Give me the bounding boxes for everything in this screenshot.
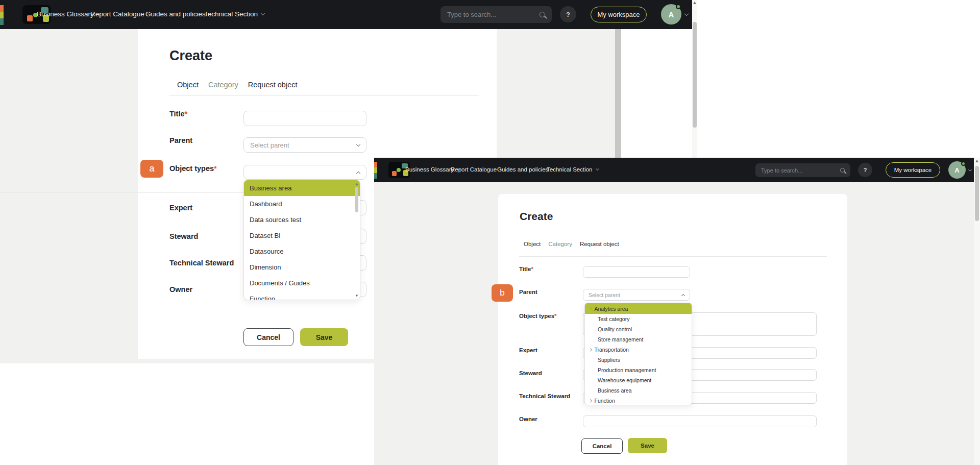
- global-search[interactable]: [440, 6, 552, 23]
- owner-label: Owner: [169, 285, 192, 293]
- chevron-up-icon: [356, 171, 360, 175]
- steward-label: Steward: [169, 232, 198, 240]
- tab-request-object[interactable]: Request object: [580, 241, 619, 253]
- page-left-margin: [0, 29, 138, 363]
- owner-label: Owner: [519, 416, 537, 422]
- object-types-select[interactable]: [243, 165, 366, 180]
- nav-technical-section[interactable]: Technical Section: [547, 166, 599, 173]
- right-panel-scrollbar[interactable]: [615, 29, 621, 158]
- dropdown-option[interactable]: Business area: [244, 180, 360, 196]
- save-button[interactable]: Save: [300, 328, 348, 346]
- search-icon[interactable]: [840, 168, 845, 173]
- owner-input[interactable]: [583, 415, 817, 427]
- dropdown-option[interactable]: Data sources test: [244, 212, 360, 228]
- my-workspace-button[interactable]: My workspace: [591, 7, 647, 22]
- nav-guides-policies[interactable]: Guides and policies: [497, 166, 554, 173]
- scrollbar-thumb[interactable]: [693, 22, 697, 128]
- technical-steward-label: Technical Steward: [169, 259, 234, 267]
- dropdown-option[interactable]: Function: [585, 396, 692, 405]
- tab-divider: [169, 95, 479, 96]
- chevron-up-icon: [681, 293, 685, 297]
- background-divider: [0, 192, 243, 193]
- save-button[interactable]: Save: [628, 438, 667, 453]
- parent-dropdown: Analytics area Test category Quality con…: [584, 303, 692, 405]
- page-title: Create: [169, 48, 212, 64]
- technical-steward-label: Technical Steward: [519, 393, 570, 399]
- search-input[interactable]: [761, 167, 840, 174]
- dropdown-option[interactable]: Suppliers: [585, 355, 692, 365]
- global-search[interactable]: [755, 163, 850, 177]
- parent-label: Parent: [169, 136, 192, 144]
- composite-canvas: Business Glossary Report Catalogue Guide…: [0, 0, 980, 465]
- list-scrollbar-thumb[interactable]: [355, 187, 358, 212]
- dropdown-option[interactable]: Transportation: [585, 345, 692, 355]
- screenshot-b: Business Glossary Report Catalogue Guide…: [374, 158, 980, 465]
- dropdown-option[interactable]: Function: [244, 291, 360, 300]
- title-label: Title*: [169, 110, 187, 118]
- dropdown-option[interactable]: Business area: [585, 385, 692, 396]
- page-scrollbar[interactable]: [974, 158, 980, 465]
- tab-bar: Object Category Request object: [524, 241, 619, 253]
- dropdown-option[interactable]: Datasource: [244, 243, 360, 259]
- dropdown-option[interactable]: Warehouse equipment: [585, 375, 692, 385]
- tab-category[interactable]: Category: [208, 81, 238, 95]
- parent-select[interactable]: Select parent: [243, 137, 366, 153]
- title-label: Title*: [519, 266, 533, 272]
- right-panel: [497, 29, 615, 158]
- online-status-dot: [961, 161, 966, 166]
- parent-select[interactable]: Select parent: [583, 289, 690, 301]
- tab-object[interactable]: Object: [524, 241, 541, 253]
- scroll-up-arrow[interactable]: [975, 160, 978, 162]
- nav-report-catalogue[interactable]: Report Catalogue: [90, 10, 151, 18]
- list-scroll-down[interactable]: [356, 295, 358, 297]
- scroll-up-arrow[interactable]: [693, 2, 696, 4]
- dropdown-option[interactable]: Production management: [585, 365, 692, 375]
- parent-label: Parent: [519, 289, 537, 295]
- dropdown-option[interactable]: Test category: [585, 314, 692, 324]
- tab-divider: [519, 256, 827, 257]
- object-types-label: Object types*: [519, 313, 557, 319]
- tab-request-object[interactable]: Request object: [248, 81, 298, 95]
- dropdown-option[interactable]: Dataset BI: [244, 228, 360, 243]
- tab-object[interactable]: Object: [177, 81, 199, 95]
- online-status-dot: [676, 4, 681, 9]
- nav-report-catalogue[interactable]: Report Catalogue: [451, 166, 503, 173]
- annotation-badge-a: a: [140, 160, 163, 178]
- nav-guides-policies[interactable]: Guides and policies: [145, 10, 212, 18]
- top-navbar: Business Glossary Report Catalogue Guide…: [374, 158, 974, 182]
- my-workspace-button[interactable]: My workspace: [886, 162, 940, 178]
- chevron-right-icon[interactable]: [589, 307, 592, 310]
- page-title: Create: [520, 210, 553, 223]
- scrollbar-thumb[interactable]: [975, 166, 979, 221]
- dropdown-option[interactable]: Dimension: [244, 259, 360, 275]
- help-button[interactable]: ?: [858, 163, 872, 177]
- dropdown-option[interactable]: Analytics area: [585, 303, 692, 314]
- search-input[interactable]: [447, 11, 540, 18]
- search-icon[interactable]: [540, 12, 545, 17]
- right-white-area: [621, 29, 692, 158]
- object-types-label: Object types*: [169, 164, 217, 173]
- avatar-chevron-icon[interactable]: [968, 168, 972, 172]
- chevron-right-icon[interactable]: [589, 348, 592, 351]
- expert-label: Expert: [519, 347, 537, 353]
- chevron-down-icon: [356, 142, 360, 146]
- chevron-down-icon: [595, 167, 599, 170]
- object-types-dropdown: Business area Dashboard Data sources tes…: [243, 180, 360, 300]
- dropdown-option[interactable]: Store management: [585, 334, 692, 345]
- list-scroll-up[interactable]: [356, 183, 358, 185]
- avatar-chevron-icon[interactable]: [684, 12, 689, 16]
- expert-label: Expert: [169, 204, 192, 212]
- cancel-button[interactable]: Cancel: [243, 328, 293, 346]
- nav-technical-section[interactable]: Technical Section: [204, 10, 264, 18]
- dropdown-option[interactable]: Quality control: [585, 324, 692, 334]
- dropdown-option[interactable]: Dashboard: [244, 196, 360, 212]
- steward-label: Steward: [519, 370, 542, 376]
- tab-category[interactable]: Category: [548, 241, 572, 253]
- dropdown-option[interactable]: Documents / Guides: [244, 275, 360, 291]
- title-input[interactable]: [583, 266, 690, 278]
- title-input[interactable]: [243, 111, 366, 126]
- top-navbar: Business Glossary Report Catalogue Guide…: [0, 0, 692, 29]
- cancel-button[interactable]: Cancel: [581, 438, 623, 454]
- help-button[interactable]: ?: [560, 6, 576, 22]
- chevron-right-icon[interactable]: [589, 399, 592, 402]
